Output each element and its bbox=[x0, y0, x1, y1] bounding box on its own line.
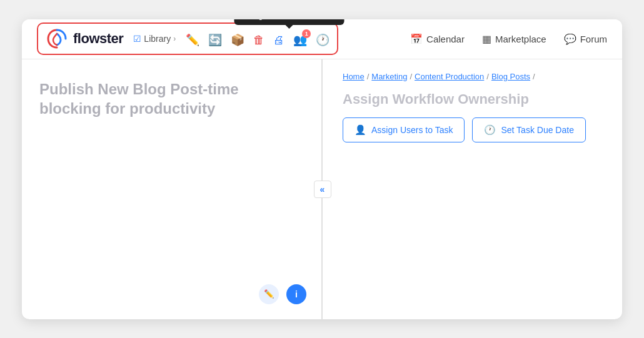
marketplace-icon: ▦ bbox=[482, 33, 491, 45]
workflow-edit-button[interactable]: ✏️ bbox=[259, 284, 279, 304]
nav-item-marketplace-label: Marketplace bbox=[495, 34, 546, 44]
section-title: Assign Workflow Ownership bbox=[343, 91, 602, 107]
chevron-right-icon: › bbox=[173, 34, 176, 43]
breadcrumb-sep-2: / bbox=[410, 72, 412, 81]
print-icon[interactable]: 🖨 bbox=[273, 34, 284, 47]
workflow-title: Publish New Blog Post-time blocking for … bbox=[39, 79, 239, 118]
nav-item-calendar[interactable]: 📅 Calendar bbox=[410, 33, 465, 45]
breadcrumb-content-production[interactable]: Content Production bbox=[415, 72, 484, 81]
breadcrumb-sep-4: / bbox=[533, 72, 535, 81]
set-due-date-icon: 🕐 bbox=[484, 124, 496, 136]
flowster-logo-icon bbox=[46, 27, 68, 50]
set-task-due-date-button[interactable]: 🕐 Set Task Due Date bbox=[472, 117, 585, 142]
double-chevron-left-icon: « bbox=[320, 184, 325, 194]
highlighted-toolbar: flowster ☑ Library › ✏️ 🔄 📦 🗑 🖨 👥 1 A bbox=[37, 22, 338, 55]
right-panel: Home / Marketing / Content Production / … bbox=[323, 59, 622, 319]
breadcrumb-marketing[interactable]: Marketing bbox=[371, 72, 407, 81]
assign-users-workflow-icon[interactable]: 👥 1 Assign Users to Workflow bbox=[293, 33, 307, 47]
breadcrumb-sep-1: / bbox=[367, 72, 370, 81]
delete-icon[interactable]: 🗑 bbox=[253, 34, 264, 47]
set-task-due-date-label: Set Task Due Date bbox=[501, 125, 573, 135]
breadcrumb: Home / Marketing / Content Production / … bbox=[343, 72, 602, 81]
clock-icon[interactable]: 🕐 bbox=[316, 33, 330, 47]
main-content: Publish New Blog Post-time blocking for … bbox=[22, 59, 622, 319]
assign-badge: 1 bbox=[302, 29, 311, 38]
nav-items: 📅 Calendar ▦ Marketplace 💬 Forum bbox=[410, 33, 607, 45]
breadcrumb-home[interactable]: Home bbox=[343, 72, 365, 81]
action-buttons: 👤 Assign Users to Task 🕐 Set Task Due Da… bbox=[343, 117, 602, 142]
panel-divider: « bbox=[322, 59, 323, 319]
assign-users-task-button[interactable]: 👤 Assign Users to Task bbox=[343, 117, 465, 142]
assign-users-task-icon: 👤 bbox=[355, 124, 366, 136]
nav-item-calendar-label: Calendar bbox=[426, 34, 465, 44]
assign-users-task-label: Assign Users to Task bbox=[371, 125, 453, 135]
left-panel: Publish New Blog Post-time blocking for … bbox=[22, 59, 322, 319]
nav-item-marketplace[interactable]: ▦ Marketplace bbox=[482, 33, 546, 45]
top-navigation: flowster ☑ Library › ✏️ 🔄 📦 🗑 🖨 👥 1 A bbox=[22, 19, 622, 59]
forum-icon: 💬 bbox=[564, 33, 576, 45]
toolbar-icons: ✏️ 🔄 📦 🗑 🖨 👥 1 Assign Users to Workflow … bbox=[186, 33, 330, 47]
breadcrumb-blog-posts[interactable]: Blog Posts bbox=[491, 72, 530, 81]
pencil-icon: ✏️ bbox=[264, 289, 274, 299]
logo-area: flowster bbox=[46, 27, 123, 50]
library-button[interactable]: ☑ Library › bbox=[133, 34, 176, 44]
bottom-actions: ✏️ i bbox=[259, 284, 306, 304]
nav-item-forum-label: Forum bbox=[580, 34, 607, 44]
edit-icon[interactable]: ✏️ bbox=[186, 33, 199, 47]
refresh-icon[interactable]: 🔄 bbox=[208, 33, 222, 47]
nav-item-forum[interactable]: 💬 Forum bbox=[564, 33, 607, 45]
collapse-panel-button[interactable]: « bbox=[314, 181, 331, 198]
breadcrumb-sep-3: / bbox=[486, 72, 489, 81]
logo-text: flowster bbox=[73, 31, 123, 47]
library-check-icon: ☑ bbox=[133, 34, 141, 44]
info-icon: i bbox=[295, 289, 298, 299]
assign-users-tooltip: Assign Users to Workflow bbox=[234, 19, 345, 26]
calendar-icon: 📅 bbox=[410, 33, 423, 45]
workflow-info-button[interactable]: i bbox=[286, 284, 306, 304]
copy-icon[interactable]: 📦 bbox=[231, 33, 244, 47]
